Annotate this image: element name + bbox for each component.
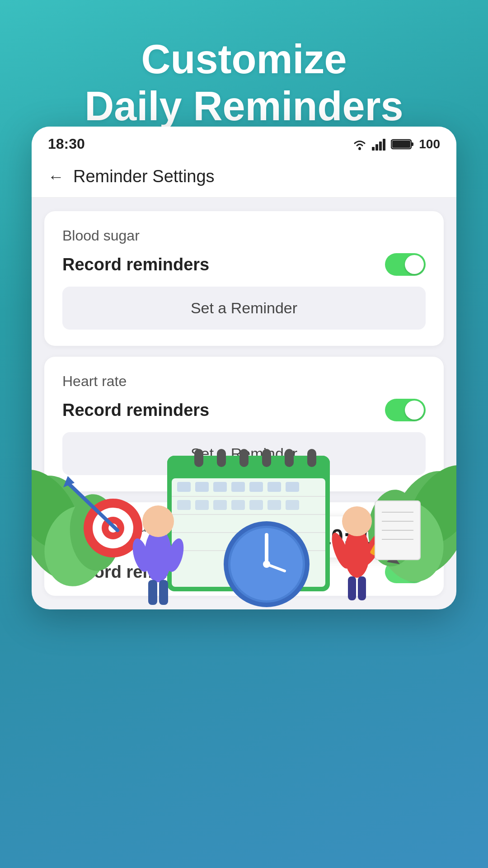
blood-sugar-record-row: Record reminders — [62, 253, 426, 276]
svg-rect-45 — [213, 500, 227, 510]
svg-rect-40 — [249, 482, 263, 492]
svg-rect-27 — [217, 449, 226, 467]
svg-point-54 — [263, 561, 270, 568]
svg-rect-58 — [159, 580, 168, 605]
svg-rect-57 — [148, 580, 157, 605]
blood-sugar-card: Blood sugar Record reminders Set a Remin… — [44, 211, 444, 346]
svg-point-56 — [142, 505, 174, 537]
illustration-area — [32, 356, 456, 609]
svg-rect-44 — [195, 500, 209, 510]
svg-rect-1 — [372, 147, 375, 151]
svg-point-62 — [342, 506, 372, 536]
svg-rect-2 — [375, 144, 378, 151]
svg-rect-47 — [249, 500, 263, 510]
hero-title: Customize Daily Reminders — [27, 36, 461, 130]
svg-rect-31 — [307, 449, 316, 467]
svg-rect-46 — [231, 500, 245, 510]
svg-rect-3 — [379, 142, 382, 151]
svg-rect-26 — [194, 449, 203, 467]
svg-rect-7 — [392, 141, 410, 148]
svg-rect-38 — [213, 482, 227, 492]
status-time: 18:30 — [48, 136, 85, 152]
svg-rect-6 — [411, 142, 413, 146]
phone-frame: 18:30 100 — [32, 127, 456, 609]
app-header: ← Reminder Settings — [32, 160, 456, 198]
svg-point-0 — [358, 147, 361, 150]
battery-percentage: 100 — [419, 137, 440, 151]
status-icons: 100 — [352, 137, 440, 151]
blood-sugar-record-label: Record reminders — [62, 255, 209, 274]
svg-rect-36 — [177, 482, 191, 492]
svg-rect-4 — [383, 139, 385, 151]
status-bar: 18:30 100 — [32, 127, 456, 160]
blood-sugar-section-title: Blood sugar — [62, 227, 426, 244]
page-title: Reminder Settings — [73, 167, 215, 186]
svg-rect-39 — [231, 482, 245, 492]
svg-rect-63 — [348, 576, 356, 600]
back-button[interactable]: ← — [48, 167, 64, 186]
battery-icon — [391, 138, 414, 151]
svg-rect-37 — [195, 482, 209, 492]
hero-section: Customize Daily Reminders — [0, 0, 488, 148]
svg-rect-29 — [262, 449, 271, 467]
blood-sugar-set-reminder-button[interactable]: Set a Reminder — [62, 287, 426, 330]
svg-rect-64 — [358, 576, 366, 600]
svg-rect-41 — [267, 482, 281, 492]
blood-sugar-toggle[interactable] — [385, 253, 426, 276]
svg-rect-43 — [177, 500, 191, 510]
illustration-svg — [32, 356, 456, 609]
wifi-icon — [352, 138, 367, 151]
signal-icon — [372, 138, 386, 151]
svg-rect-49 — [286, 500, 299, 510]
svg-rect-28 — [239, 449, 249, 467]
svg-rect-30 — [285, 449, 294, 467]
svg-rect-48 — [267, 500, 281, 510]
svg-rect-42 — [286, 482, 299, 492]
